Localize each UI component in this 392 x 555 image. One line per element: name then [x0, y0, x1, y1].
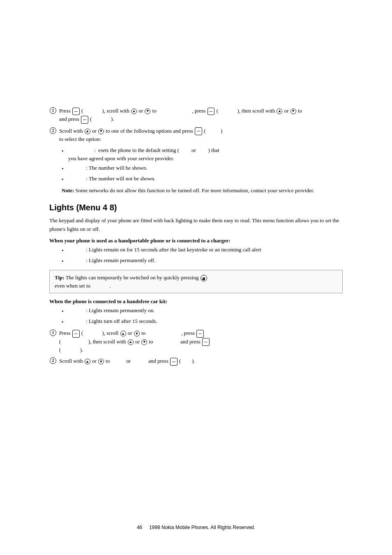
lights-circle-1: 1	[50, 329, 56, 336]
page-footer: 46 1998 Nokia Mobile Phones. All Rights …	[0, 525, 392, 530]
tip-suffix: even when set to	[55, 283, 90, 289]
lights-menu-icon-3: ─	[202, 338, 210, 346]
menu-icon-3: ─	[81, 116, 88, 124]
lights-menu-icon-1: ─	[72, 330, 80, 338]
lights-step-num-1: 1	[49, 329, 57, 336]
lights-up-icon-3: ▲	[85, 359, 90, 364]
bullet-dot-3: •	[62, 175, 66, 184]
hf-bullet-text-1: : Lights remain permanently on.	[68, 306, 154, 315]
circle-1: 1	[50, 107, 56, 114]
copyright-text: 1998 Nokia Mobile Phones. All Rights Res…	[149, 525, 255, 530]
note-text: Some networks do not allow this function…	[76, 187, 314, 193]
bullet-dot-2: •	[62, 165, 66, 173]
up-icon-1: ▲	[131, 108, 137, 114]
tip-bold: Tip:	[55, 274, 65, 281]
lights-heading: Lights (Menu 4 8)	[49, 203, 343, 212]
handportable-heading: When your phone is used as a handportabl…	[49, 237, 343, 244]
lights-step-2: 2 Scroll with ▲ or ▼ to or and press ─ (…	[49, 357, 343, 365]
bullet-item-2: • : The number will be shown.	[62, 164, 343, 173]
bullet-text-3: : The number will not be shown.	[68, 175, 155, 183]
step-1-content: Press ─ ( ), scroll with ▲ or ▼ to , pre…	[59, 107, 343, 124]
lights-down-icon-2: ▼	[141, 339, 147, 345]
tip-box: Tip: The lights can temporarily be switc…	[49, 270, 343, 293]
up-icon-3: ▲	[85, 129, 90, 134]
step-2-content: Scroll with ▲ or ▼ to one of the followi…	[59, 127, 343, 143]
down-icon-2: ▼	[291, 108, 296, 114]
page: 1 Press ─ ( ), scroll with ▲ or ▼ to , p…	[0, 0, 392, 555]
lights-step-num-2: 2	[49, 357, 57, 364]
lights-step-1-content: Press ─ ( ), scroll ▲ or ▼ to , press ─ …	[59, 329, 343, 354]
lights-menu-icon-4: ─	[170, 358, 178, 366]
bullet-text-2: : The number will be shown.	[68, 164, 148, 172]
handportable-bullet-2: • : Lights remain permanently off.	[62, 256, 343, 265]
down-icon-1: ▼	[145, 108, 150, 114]
lights-menu-icon-2: ─	[196, 330, 204, 338]
lights-step-2-content: Scroll with ▲ or ▼ to or and press ─ ( )…	[59, 357, 343, 365]
down-icon-3: ▼	[98, 129, 104, 134]
bullet-dot-hf-2: •	[62, 318, 66, 326]
tip-icon: ◕	[201, 275, 207, 281]
menu-icon-2: ─	[208, 108, 215, 115]
lights-description: The keypad and display of your phone are…	[49, 216, 343, 234]
bullet-dot-1: •	[62, 147, 66, 155]
menu-icon-1: ─	[72, 108, 80, 115]
menu-icon-4: ─	[195, 127, 202, 135]
lights-up-icon-2: ▲	[128, 339, 134, 345]
bullet-text-1: : esets the phone to the default setting…	[68, 146, 219, 162]
step-1: 1 Press ─ ( ), scroll with ▲ or ▼ to , p…	[49, 107, 343, 124]
lights-circle-2: 2	[50, 357, 56, 364]
bullet-item-3: • : The number will not be shown.	[62, 175, 343, 184]
step-num-2: 2	[49, 127, 57, 134]
hp-bullet-text-2: : Lights remain permanently off.	[68, 256, 155, 265]
note-bold: Note:	[62, 187, 74, 193]
handsfree-bullet-1: • : Lights remain permanently on.	[62, 306, 343, 315]
page-number: 46	[137, 525, 142, 530]
bullet-dot-hf-1: •	[62, 307, 66, 315]
lights-section: Lights (Menu 4 8) The keypad and display…	[49, 203, 343, 366]
section-1: 1 Press ─ ( ), scroll with ▲ or ▼ to , p…	[49, 107, 343, 195]
lights-down-icon-3: ▼	[98, 359, 104, 364]
handsfree-heading: When the phone is connected to a handsfr…	[49, 298, 343, 305]
up-icon-2: ▲	[277, 108, 282, 114]
circle-2: 2	[50, 127, 56, 134]
step-num-1: 1	[49, 107, 57, 114]
lights-up-icon-1: ▲	[120, 331, 126, 336]
handsfree-bullets: • : Lights remain permanently on. • : Li…	[62, 306, 343, 326]
bullet-dot-hp-2: •	[62, 257, 66, 265]
hf-bullet-text-2: : Lights turn off after 15 seconds.	[68, 317, 157, 325]
lights-step-1: 1 Press ─ ( ), scroll ▲ or ▼ to , press …	[49, 329, 343, 354]
bullet-dot-hp-1: •	[62, 246, 66, 255]
handsfree-bullet-2: • : Lights turn off after 15 seconds.	[62, 317, 343, 326]
bullet-item-1: • : esets the phone to the default setti…	[62, 146, 343, 162]
handportable-bullet-1: • : Lights remain on for 15 seconds afte…	[62, 246, 343, 255]
handportable-bullets: • : Lights remain on for 15 seconds afte…	[62, 246, 343, 265]
note-box-1: Note: Some networks do not allow this fu…	[62, 187, 343, 195]
step-2: 2 Scroll with ▲ or ▼ to one of the follo…	[49, 127, 343, 143]
tip-text: The lights can temporarily be switched o…	[66, 274, 200, 281]
lights-down-icon-1: ▼	[134, 331, 140, 336]
bullet-list-1: • : esets the phone to the default setti…	[62, 146, 343, 183]
hp-bullet-text-1: : Lights remain on for 15 seconds after …	[68, 246, 261, 254]
